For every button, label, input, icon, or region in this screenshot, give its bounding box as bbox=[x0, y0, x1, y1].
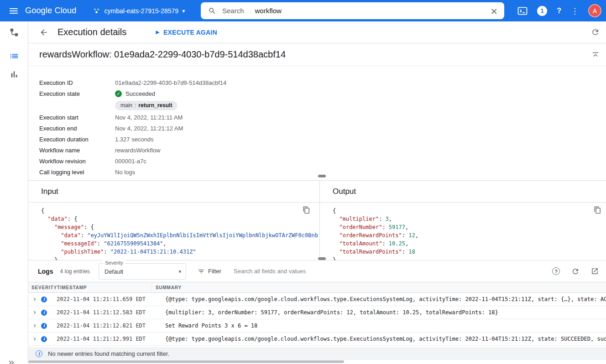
execution-section-title: rewardsWorkflow: 01e9ada2-2299-4030-b7d9… bbox=[39, 49, 286, 60]
code-line: "data": { bbox=[41, 215, 319, 223]
input-panel-title: Input bbox=[28, 181, 319, 203]
log-summary: {multiplier: 3, orderNumber: 59177, orde… bbox=[152, 309, 606, 316]
info-severity-icon: i bbox=[41, 336, 47, 342]
copy-output-button[interactable] bbox=[594, 206, 601, 214]
execution-title-row: rewardsWorkflow: 01e9ada2-2299-4030-b7d9… bbox=[28, 43, 606, 66]
expand-chevron-icon[interactable] bbox=[31, 322, 38, 329]
horizontal-scrollbar[interactable] bbox=[28, 360, 344, 363]
avatar[interactable]: A bbox=[588, 4, 601, 17]
chip-scope: main bbox=[120, 102, 132, 109]
code-line: { bbox=[333, 207, 606, 215]
output-panel: Output { "multiplier": 3, "orderNumber":… bbox=[320, 181, 606, 260]
log-timestamp: 2022-11-04 11:21:12.991 EDT bbox=[54, 336, 152, 342]
log-summary: {@type: type.googleapis.com/google.cloud… bbox=[152, 296, 606, 302]
logs-refresh-button[interactable] bbox=[571, 267, 580, 276]
project-name: cymbal-eats-27915-28579 bbox=[104, 7, 178, 15]
overflow-menu-icon[interactable]: ⋮ bbox=[571, 6, 579, 16]
severity-selected-value: Default bbox=[104, 268, 123, 275]
back-button[interactable] bbox=[39, 28, 48, 37]
field-value: No logs bbox=[115, 169, 135, 176]
collapse-icon bbox=[591, 51, 600, 59]
filter-button[interactable]: Filter bbox=[198, 268, 221, 275]
code-line: "orderNumber": 59177, bbox=[333, 223, 606, 231]
sidebar-item-metrics[interactable] bbox=[9, 69, 20, 80]
log-row[interactable]: i 2022-11-04 11:21:12.583 EDT {multiplie… bbox=[28, 306, 606, 319]
hamburger-menu-icon[interactable] bbox=[10, 8, 18, 14]
copy-input-button[interactable] bbox=[303, 206, 310, 214]
clear-search-icon[interactable]: × bbox=[490, 5, 498, 16]
execute-again-button[interactable]: ▶ EXECUTE AGAIN bbox=[156, 29, 217, 36]
field-value: 01e9ada2-2299-4030-b7d9-514d38acbf14 bbox=[115, 79, 226, 86]
code-line: "data": "eyJuYW1lIjoiQW5nZWxhIEplbnNlbiI… bbox=[41, 231, 319, 239]
expand-nav-icon[interactable] bbox=[7, 359, 16, 364]
info-severity-icon: i bbox=[41, 323, 47, 329]
info-severity-icon: i bbox=[41, 296, 47, 302]
log-table-header: SEVERITY TIMESTAMP SUMMARY bbox=[28, 282, 606, 293]
pane-resize-handle[interactable] bbox=[318, 257, 326, 260]
output-code: { "multiplier": 3, "orderNumber": 59177,… bbox=[320, 203, 606, 260]
project-selector[interactable]: cymbal-eats-27915-28579 ▾ bbox=[93, 7, 185, 15]
help-icon[interactable]: ? bbox=[557, 7, 561, 15]
log-summary: Set Reward Points 3 x 6 = 18 bbox=[152, 322, 606, 329]
arrow-left-icon bbox=[39, 28, 48, 37]
success-check-icon: ✓ bbox=[115, 90, 122, 97]
log-row[interactable]: i 2022-11-04 11:21:12.991 EDT {@type: ty… bbox=[28, 333, 606, 346]
logs-search-input[interactable] bbox=[234, 268, 489, 275]
log-severity-cell: i bbox=[28, 296, 54, 302]
field-label: Execution start bbox=[39, 114, 115, 121]
expand-chevron-icon[interactable] bbox=[31, 296, 38, 302]
collapse-section-button[interactable] bbox=[591, 51, 600, 59]
log-table-body: i 2022-11-04 11:21:11.659 EDT {@type: ty… bbox=[28, 293, 606, 346]
output-panel-title: Output bbox=[320, 181, 606, 203]
log-row[interactable]: i 2022-11-04 11:21:12.821 EDT Set Reward… bbox=[28, 319, 606, 333]
no-newer-entries-banner: i No newer entries found matching curren… bbox=[28, 347, 606, 360]
code-line: "messageId": "6216755909541384", bbox=[41, 239, 319, 248]
column-header-summary: SUMMARY bbox=[152, 282, 606, 292]
open-in-new-button[interactable] bbox=[591, 267, 599, 275]
field-value: 1.327 seconds bbox=[115, 136, 154, 143]
top-app-bar: Google Cloud cymbal-eats-27915-28579 ▾ S… bbox=[0, 0, 606, 21]
severity-select[interactable]: Severity Default ▾ bbox=[99, 263, 186, 280]
search-bar[interactable]: Search workflow × bbox=[201, 2, 504, 19]
field-row: Execution state ✓ Succeeded bbox=[39, 88, 606, 99]
sidebar-item-executions[interactable] bbox=[9, 51, 20, 62]
pane-resize-handle[interactable] bbox=[318, 175, 326, 177]
input-code: { "data": { "message": { "data": "eyJuYW… bbox=[28, 203, 319, 260]
chevron-down-icon: ▾ bbox=[182, 8, 185, 14]
code-line: "totalRewardPoints": 18 bbox=[333, 248, 606, 256]
log-severity-cell: i bbox=[28, 309, 54, 316]
log-severity-cell: i bbox=[28, 322, 54, 329]
field-row: Workflow revision 000001-a7c bbox=[39, 156, 606, 166]
input-output-section: Input { "data": { "message": { "data": "… bbox=[28, 180, 606, 260]
left-nav bbox=[0, 21, 28, 364]
notifications-button[interactable]: 1 bbox=[537, 6, 547, 16]
field-label: Execution state bbox=[39, 90, 115, 97]
page-title: Execution details bbox=[57, 27, 126, 37]
refresh-icon bbox=[591, 28, 600, 36]
step-chip[interactable]: main : return_result bbox=[115, 101, 178, 110]
code-line: "totalAmount": 10.25, bbox=[333, 239, 606, 248]
workflows-icon bbox=[9, 27, 19, 37]
refresh-button[interactable] bbox=[591, 28, 600, 36]
sidebar-item-workflows[interactable] bbox=[9, 27, 20, 38]
severity-select-label: Severity bbox=[103, 260, 125, 265]
open-in-new-icon bbox=[591, 267, 599, 275]
metrics-icon bbox=[9, 69, 19, 79]
code-line: }, bbox=[41, 256, 319, 260]
expand-chevron-icon[interactable] bbox=[31, 336, 38, 342]
field-label: Execution end bbox=[39, 125, 115, 132]
search-input[interactable]: workflow bbox=[255, 7, 282, 15]
execute-again-label: EXECUTE AGAIN bbox=[163, 29, 217, 36]
expand-chevron-icon[interactable] bbox=[31, 309, 38, 316]
log-timestamp: 2022-11-04 11:21:12.583 EDT bbox=[54, 309, 152, 316]
field-label: Workflow name bbox=[39, 147, 115, 154]
cloud-shell-icon[interactable] bbox=[517, 7, 528, 15]
field-row: Execution start Nov 4, 2022, 11:21:11 AM bbox=[39, 112, 606, 123]
logs-help-icon[interactable]: ? bbox=[552, 267, 560, 275]
log-timestamp: 2022-11-04 11:21:11.659 EDT bbox=[54, 296, 152, 302]
input-panel: Input { "data": { "message": { "data": "… bbox=[28, 181, 320, 260]
field-row: Execution duration 1.327 seconds bbox=[39, 134, 606, 145]
field-label: Execution duration bbox=[39, 136, 115, 143]
log-row[interactable]: i 2022-11-04 11:21:11.659 EDT {@type: ty… bbox=[28, 293, 606, 306]
field-row: Execution ID 01e9ada2-2299-4030-b7d9-514… bbox=[39, 77, 606, 88]
